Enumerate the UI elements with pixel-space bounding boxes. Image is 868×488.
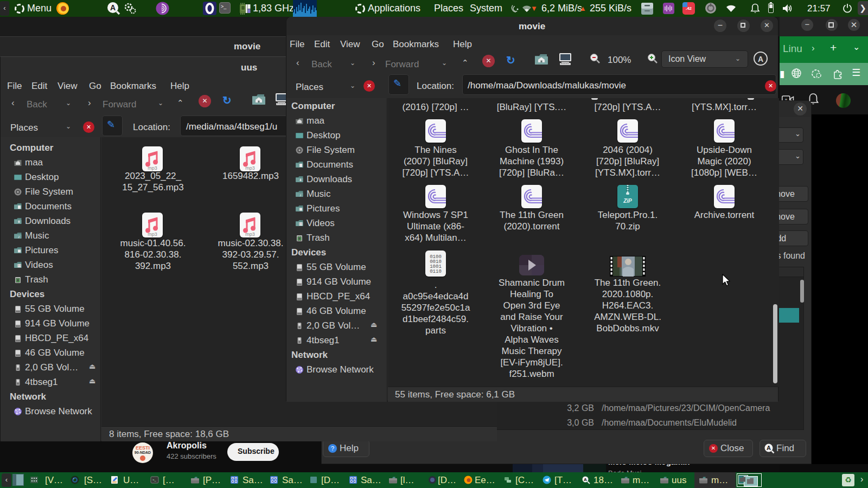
svg-text:ZiP: ZiP: [623, 198, 632, 204]
svg-text:0110: 0110: [430, 269, 442, 274]
svg-text:mp3: mp3: [245, 165, 255, 171]
svg-text:mp3: mp3: [148, 232, 157, 237]
svg-text:A: A: [584, 477, 587, 482]
svg-text:mp3: mp3: [148, 165, 157, 171]
svg-text:>_: >_: [152, 478, 157, 481]
svg-text:A: A: [767, 445, 771, 451]
svg-text:mp3: mp3: [245, 232, 255, 237]
svg-text:A: A: [110, 3, 116, 12]
svg-text:♪: ♪: [18, 235, 20, 239]
svg-text:♪: ♪: [299, 193, 302, 197]
